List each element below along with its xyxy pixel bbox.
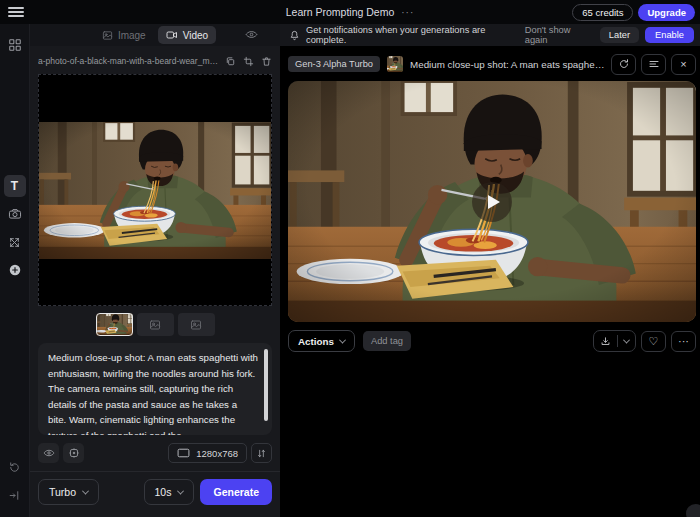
generate-row: Turbo 10s Generate <box>30 472 280 514</box>
workspace-title: Learn Prompting Demo <box>286 6 395 18</box>
notification-bar: Get notifications when your generations … <box>280 24 700 46</box>
text-tool-icon[interactable]: T <box>4 175 26 197</box>
video-icon <box>166 29 178 41</box>
chevron-down-icon <box>339 336 346 343</box>
generate-button[interactable]: Generate <box>200 479 272 505</box>
download-options-button[interactable] <box>618 339 635 344</box>
tab-image[interactable]: Image <box>94 27 154 44</box>
duration-select[interactable]: 10s <box>144 479 195 505</box>
input-file-row: a-photo-of-a-black-man-with-a-beard-wear… <box>38 54 272 68</box>
input-image <box>39 122 271 259</box>
generation-thumbnail <box>387 56 403 72</box>
generation-title: Medium close-up shot: A man eats spaghet… <box>410 59 606 70</box>
dont-show-again-link[interactable]: Don't show again <box>525 25 591 45</box>
favorite-heart-icon[interactable]: ♡ <box>641 331 666 352</box>
history-icon[interactable] <box>4 456 26 478</box>
app-window: Learn Prompting Demo ··· 65 credits Upgr… <box>0 0 700 517</box>
play-icon <box>488 195 500 209</box>
workspace-menu-icon[interactable]: ··· <box>401 7 414 18</box>
copy-icon[interactable] <box>225 56 236 67</box>
bell-icon <box>289 30 300 41</box>
resolution-selector[interactable]: 1280x768 <box>168 443 247 463</box>
landscape-aspect-icon <box>177 448 190 458</box>
image-placeholder-icon <box>190 319 202 331</box>
add-tag-button[interactable]: Add tag <box>363 331 411 351</box>
download-icon <box>594 336 617 347</box>
keyframe-thumb-last[interactable] <box>178 313 215 336</box>
duration-select-value: 10s <box>155 486 172 498</box>
upgrade-button[interactable]: Upgrade <box>638 4 695 21</box>
settings-sliders-icon[interactable] <box>251 443 272 463</box>
close-icon[interactable]: × <box>671 54 696 75</box>
chevron-down-icon <box>177 487 184 494</box>
keyframe-thumb-image <box>96 313 133 336</box>
seed-crosshair-icon[interactable] <box>63 443 84 463</box>
enable-button[interactable]: Enable <box>645 27 694 43</box>
visibility-eye-icon[interactable] <box>245 28 258 41</box>
expand-arrows-icon[interactable] <box>4 231 26 253</box>
prompt-scrollbar[interactable] <box>264 349 268 421</box>
resolution-value: 1280x768 <box>196 448 238 459</box>
topbar: Learn Prompting Demo ··· 65 credits Upgr… <box>0 0 700 24</box>
play-button[interactable] <box>472 182 512 222</box>
generation-input-panel: Image Video a-photo-of-a-black-man-with-… <box>30 24 280 517</box>
tab-video[interactable]: Video <box>158 26 216 44</box>
input-image-filename: a-photo-of-a-black-man-with-a-beard-wear… <box>38 56 218 66</box>
notification-message: Get notifications when your generations … <box>306 25 513 45</box>
model-select-value: Turbo <box>49 486 76 498</box>
generation-output-panel: Get notifications when your generations … <box>280 24 700 517</box>
more-options-icon[interactable]: ··· <box>671 331 696 352</box>
keyframe-thumbnails <box>30 313 280 336</box>
credits-badge[interactable]: 65 credits <box>572 4 633 21</box>
prompt-text[interactable]: Medium close-up shot: A man eats spaghet… <box>48 350 258 435</box>
prompt-options-row: 1280x768 <box>38 443 272 463</box>
preview-eye-icon[interactable] <box>38 443 59 463</box>
tool-sidebar: T <box>0 24 30 517</box>
trash-icon[interactable] <box>261 56 272 67</box>
assets-grid-icon[interactable] <box>4 34 26 56</box>
download-button[interactable] <box>593 330 636 352</box>
image-icon <box>102 30 113 41</box>
crop-icon[interactable] <box>243 56 254 67</box>
output-actions-row: Actions Add tag ♡ ··· <box>288 330 696 352</box>
later-button[interactable]: Later <box>600 27 639 43</box>
workspace-title-wrap[interactable]: Learn Prompting Demo ··· <box>286 0 415 24</box>
model-select[interactable]: Turbo <box>38 479 99 505</box>
details-list-icon[interactable] <box>641 54 666 75</box>
keyframe-thumb-first[interactable] <box>96 313 133 336</box>
actions-menu-button[interactable]: Actions <box>288 330 355 352</box>
mode-tabs: Image Video <box>30 24 280 46</box>
input-image-preview[interactable] <box>38 74 272 306</box>
image-placeholder-icon <box>149 319 161 331</box>
model-badge: Gen-3 Alpha Turbo <box>288 56 380 72</box>
hamburger-menu-icon[interactable] <box>8 7 24 17</box>
keyframe-thumb-middle[interactable] <box>137 313 174 336</box>
chevron-down-icon <box>82 487 89 494</box>
chat-widget-bubble[interactable] <box>686 504 700 517</box>
camera-tool-icon[interactable] <box>4 203 26 225</box>
add-circle-icon[interactable] <box>4 259 26 281</box>
rerun-icon[interactable] <box>611 54 636 75</box>
prompt-input[interactable]: Medium close-up shot: A man eats spaghet… <box>38 343 272 435</box>
chevron-down-icon <box>623 336 630 343</box>
collapse-panel-icon[interactable] <box>4 484 26 506</box>
generation-header: Gen-3 Alpha Turbo Medium close-up shot: … <box>288 53 696 75</box>
video-player[interactable] <box>288 81 696 322</box>
